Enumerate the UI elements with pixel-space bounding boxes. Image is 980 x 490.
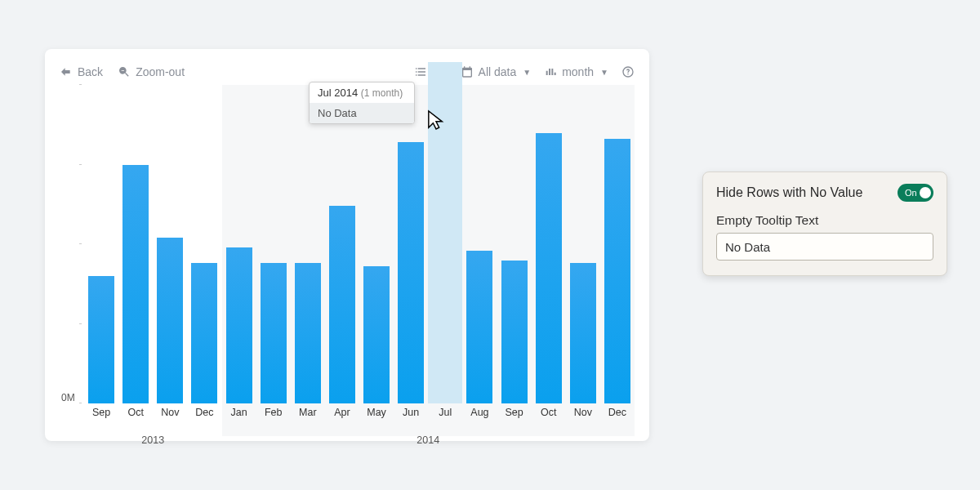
toggle-knob — [920, 187, 931, 198]
x-tick-label: Mar — [291, 403, 325, 418]
tooltip-subtitle: (1 month) — [361, 87, 403, 99]
bar-slot[interactable]: Sep — [84, 85, 118, 403]
bar-slot[interactable]: Mar — [291, 85, 325, 403]
x-tick-label: Nov — [153, 403, 187, 418]
tooltip: Jul 2014 (1 month) No Data — [309, 82, 415, 124]
help-icon — [621, 65, 635, 78]
chart-card: Back Zoom-out Lin All data ▼ month ▼ — [45, 49, 649, 441]
bar-slot[interactable]: Apr — [325, 85, 359, 403]
settings-panel: Hide Rows with No Value On Empty Tooltip… — [702, 172, 947, 276]
all-data-dropdown[interactable]: All data ▼ — [461, 65, 532, 78]
year-label: 2014 — [416, 434, 439, 446]
year-label: 2013 — [141, 434, 164, 446]
month-label: month — [562, 65, 594, 78]
month-dropdown[interactable]: month ▼ — [544, 65, 608, 78]
bar-slot[interactable]: Nov — [566, 85, 600, 403]
chart-toolbar: Back Zoom-out Lin All data ▼ month ▼ — [60, 65, 635, 78]
zoom-out-icon — [118, 65, 131, 78]
bar-slot[interactable]: Dec — [187, 85, 221, 403]
bars-container: SepOctNovDecJanFebMarAprMayJunJulAugSepO… — [84, 85, 635, 403]
bar-slot[interactable]: Nov — [153, 85, 187, 403]
x-tick-label: Dec — [187, 403, 221, 418]
chevron-down-icon: ▼ — [523, 68, 531, 77]
x-tick-label: Apr — [325, 403, 359, 418]
bar-slot[interactable]: May — [359, 85, 394, 403]
empty-tooltip-label: Empty Tooltip Text — [716, 213, 933, 228]
back-arrow-icon — [60, 65, 73, 78]
bar[interactable] — [295, 263, 321, 403]
x-tick-label: Dec — [600, 403, 635, 418]
bar-slot[interactable]: Oct — [118, 85, 153, 403]
bar-chart-icon — [544, 65, 557, 78]
bar[interactable] — [501, 261, 528, 404]
bar[interactable] — [122, 165, 149, 404]
bar-slot[interactable]: Dec — [600, 85, 635, 403]
x-tick-label: Sep — [497, 403, 532, 418]
x-tick-label: Oct — [532, 403, 566, 418]
hide-rows-toggle[interactable]: On — [898, 184, 933, 202]
bar-slot[interactable]: Sep — [497, 85, 532, 403]
zoom-out-button[interactable]: Zoom-out — [118, 65, 185, 78]
bar-slot[interactable]: Feb — [256, 85, 291, 403]
bar-slot[interactable]: Aug — [462, 85, 497, 403]
x-tick-label: Oct — [118, 403, 153, 418]
bar[interactable] — [536, 133, 562, 404]
bar[interactable] — [398, 142, 424, 403]
x-tick-label: Feb — [256, 403, 291, 418]
bar-slot[interactable]: Oct — [532, 85, 566, 403]
tooltip-body: No Data — [310, 103, 414, 123]
back-label: Back — [78, 65, 103, 78]
bar-slot[interactable]: Jun — [394, 85, 428, 403]
cursor-icon — [427, 109, 445, 131]
x-tick-label: Jun — [394, 403, 428, 418]
plot-area[interactable]: 0M SepOctNovDecJanFebMarAprMayJunJulAugS… — [84, 85, 635, 403]
x-tick-label: Aug — [462, 403, 497, 418]
empty-tooltip-input[interactable] — [716, 233, 933, 261]
all-data-label: All data — [479, 65, 517, 78]
bar[interactable] — [329, 206, 355, 403]
bar[interactable] — [570, 263, 596, 403]
x-tick-label: May — [359, 403, 394, 418]
bar[interactable] — [363, 266, 390, 403]
list-icon — [414, 65, 427, 78]
bar[interactable] — [604, 139, 630, 403]
bar[interactable] — [466, 251, 492, 403]
x-tick-label: Jul — [428, 403, 462, 418]
hide-rows-label: Hide Rows with No Value — [716, 185, 862, 200]
tooltip-title: Jul 2014 — [318, 87, 358, 99]
bar[interactable] — [88, 276, 114, 403]
bar[interactable] — [226, 247, 252, 403]
bar[interactable] — [191, 263, 217, 403]
help-button[interactable] — [621, 65, 635, 78]
bar[interactable] — [157, 238, 183, 403]
zoom-out-label: Zoom-out — [136, 65, 185, 78]
x-tick-label: Sep — [84, 403, 118, 418]
y-axis-label: 0M — [61, 392, 75, 403]
x-tick-label: Jan — [222, 403, 256, 418]
x-tick-label: Nov — [566, 403, 600, 418]
chevron-down-icon: ▼ — [600, 68, 608, 77]
bar-slot[interactable]: Jul — [428, 85, 462, 403]
toggle-text: On — [905, 188, 917, 198]
bar-slot[interactable]: Jan — [222, 85, 256, 403]
back-button[interactable]: Back — [60, 65, 103, 78]
bar[interactable] — [261, 263, 287, 403]
